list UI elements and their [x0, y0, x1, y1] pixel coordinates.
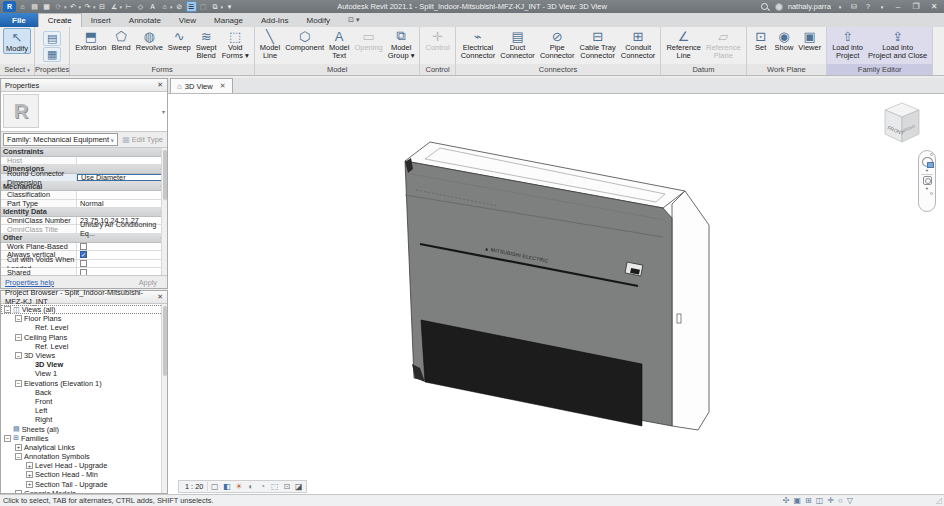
checkbox-unchecked-icon[interactable] — [80, 243, 87, 250]
property-section-constraints[interactable]: Constraints≈ — [1, 148, 167, 157]
project-browser-header[interactable]: Project Browser - Split_Indoor-Mitsubish… — [1, 291, 167, 304]
shadows-icon[interactable]: ◐ — [245, 481, 256, 492]
tree-item-view-1[interactable]: View 1 — [1, 369, 167, 378]
panel-label-work-plane[interactable]: Work Plane — [747, 64, 827, 75]
tree-item-section-tail-upgrade[interactable]: +Section Tail - Upgrade — [1, 480, 167, 489]
checkbox-checked-icon[interactable]: ✓ — [80, 251, 87, 258]
measure-icon[interactable]: ∡ — [109, 1, 120, 12]
properties-header[interactable]: Properties ✕ — [1, 79, 167, 92]
set-work-plane-button[interactable]: ⊡Set — [750, 28, 772, 52]
navbar-bottom-icon[interactable] — [930, 192, 933, 195]
void-forms-button[interactable]: ⬚Void Forms ▾ — [220, 28, 251, 61]
sync-with-central-arrow-icon[interactable]: ▾ — [64, 4, 67, 10]
electrical-connector-button[interactable]: ⌁Electrical Connector — [459, 28, 498, 61]
tree-item-families[interactable]: −⊞Families — [1, 434, 167, 443]
open-icon[interactable]: ▤ — [29, 1, 40, 12]
collapse-icon[interactable]: − — [15, 453, 22, 460]
property-value[interactable] — [77, 268, 167, 275]
selection-filter-icon[interactable]: ▽ — [847, 496, 853, 505]
aligned-dimension-icon[interactable]: ⊢ — [123, 1, 134, 12]
property-value[interactable] — [77, 260, 167, 268]
tree-item-floor-plans[interactable]: −Floor Plans — [1, 314, 167, 323]
properties-palette-button[interactable]: ▤ — [43, 31, 61, 46]
sync-with-central-icon[interactable]: ⟳ — [53, 1, 64, 12]
family-selector[interactable]: Family: Mechanical Equipment∨ — [3, 133, 118, 146]
tree-item-generic-models[interactable]: −Generic Models — [1, 489, 167, 493]
load-into-project-button[interactable]: ⇧Load into Project — [830, 28, 865, 61]
thin-lines-icon[interactable]: ☰ — [186, 1, 197, 12]
zoom-tool-icon[interactable] — [923, 176, 932, 185]
model-group-button[interactable]: ⧉Model Group ▾ — [386, 28, 417, 61]
sweep-button[interactable]: ∿Sweep — [166, 28, 193, 52]
edit-type-button[interactable]: ▦ Edit Type — [120, 135, 165, 144]
tree-item-3d-view[interactable]: 3D View — [1, 360, 167, 369]
property-value[interactable] — [77, 243, 167, 251]
load-into-project-and-close-button[interactable]: ⇪Load into Project and Close — [866, 28, 929, 61]
signed-in-user[interactable]: nathaly.parra — [788, 2, 831, 11]
panel-label-model[interactable]: Model — [255, 64, 420, 75]
navbar-options-icon[interactable] — [930, 153, 933, 156]
user-avatar-icon[interactable] — [774, 2, 784, 12]
edit-in-place-icon[interactable]: ◫ — [816, 496, 824, 505]
close-button[interactable]: ✕ — [927, 1, 941, 12]
conduit-connector-button[interactable]: ⊞Conduit Connector — [619, 28, 658, 61]
wheel-menu-arrow-icon[interactable]: ▾ — [926, 168, 928, 173]
panel-label-family-editor[interactable]: Family Editor — [827, 64, 932, 75]
checkbox-unchecked-icon[interactable] — [80, 260, 87, 267]
panel-label-forms[interactable]: Forms — [70, 64, 253, 75]
expand-icon[interactable]: + — [15, 444, 22, 451]
panel-label-properties[interactable]: Properties — [35, 64, 69, 75]
help-menu-arrow-icon[interactable]: ▾ — [877, 2, 887, 12]
active-workset-icon[interactable]: ✣ — [783, 496, 790, 505]
background-processes-icon[interactable]: ○ — [838, 496, 843, 505]
exclude-options-icon[interactable]: ⊞ — [805, 496, 812, 505]
checkbox-unchecked-icon[interactable] — [80, 269, 87, 275]
expand-icon[interactable]: + — [26, 462, 33, 469]
tree-item-level-head-upgrade[interactable]: +Level Head - Upgrade — [1, 461, 167, 470]
duct-connector-button[interactable]: ▤Duct Connector — [498, 28, 537, 61]
temporary-hide-isolate-icon[interactable]: ◪ — [293, 481, 304, 492]
ribbon-tab-create[interactable]: Create — [38, 13, 82, 27]
customize-qat-icon[interactable]: ▾ — [224, 1, 235, 12]
model-text-button[interactable]: AModel Text — [327, 28, 351, 61]
redo-arrow-icon[interactable]: ▾ — [93, 4, 96, 10]
properties-scrollbar[interactable] — [161, 148, 167, 275]
project-browser-close-icon[interactable]: ✕ — [157, 293, 163, 301]
property-value[interactable] — [77, 157, 167, 165]
ribbon-tab-view[interactable]: View — [170, 13, 205, 27]
ribbon-tab--[interactable]: ⊡ ▾ — [339, 13, 368, 27]
cable-tray-connector-button[interactable]: ⊟Cable Tray Connector — [577, 28, 617, 61]
app-store-icon[interactable]: ⛁ — [849, 2, 859, 12]
panel-label-control[interactable]: Control — [420, 64, 454, 75]
viewer-button[interactable]: ▣Viewer — [796, 28, 823, 52]
property-value[interactable]: Unitary Air Conditioning Eq... — [77, 225, 167, 233]
view-tab-close-icon[interactable]: ✕ — [220, 82, 226, 90]
collapse-icon[interactable]: − — [15, 380, 22, 387]
ribbon-tab-insert[interactable]: Insert — [82, 13, 120, 27]
ribbon-tab-annotate[interactable]: Annotate — [120, 13, 170, 27]
swept-blend-button[interactable]: ≋Swept Blend — [194, 28, 219, 61]
redo-icon[interactable]: ↷ — [82, 1, 93, 12]
tree-item-ceiling-plans[interactable]: −Ceiling Plans — [1, 333, 167, 342]
collapse-icon[interactable]: − — [4, 435, 11, 442]
default-3d-view-icon[interactable]: ⌂ — [159, 1, 170, 12]
undo-icon[interactable]: ↶ — [68, 1, 79, 12]
zoom-menu-arrow-icon[interactable]: ▾ — [926, 186, 928, 191]
collapse-icon[interactable]: − — [15, 315, 22, 322]
measure-arrow-icon[interactable]: ▾ — [120, 4, 123, 10]
undo-arrow-icon[interactable]: ▾ — [79, 4, 82, 10]
crop-view-icon[interactable]: ⬚ — [269, 481, 280, 492]
viewcube[interactable]: FRONT RIGHT — [875, 98, 929, 152]
ribbon-tab-file[interactable]: File — [0, 13, 38, 27]
tree-item-annotation-symbols[interactable]: −Annotation Symbols — [1, 452, 167, 461]
close-hidden-windows-icon[interactable]: ▢ — [198, 1, 209, 12]
browser-scrollbar[interactable] — [161, 304, 167, 493]
tree-item-views-all-[interactable]: −◫Views (all) — [1, 305, 167, 314]
apply-button[interactable]: Apply — [133, 278, 163, 287]
collapse-icon[interactable]: − — [4, 306, 11, 313]
tree-item-elevations-elevation-1-[interactable]: −Elevations (Elevation 1) — [1, 379, 167, 388]
component-button[interactable]: ⬡Component — [283, 28, 326, 52]
tree-item-ref-level[interactable]: Ref. Level — [1, 342, 167, 351]
show-crop-region-icon[interactable]: ⊡ — [281, 481, 292, 492]
tree-item-left[interactable]: Left — [1, 406, 167, 415]
